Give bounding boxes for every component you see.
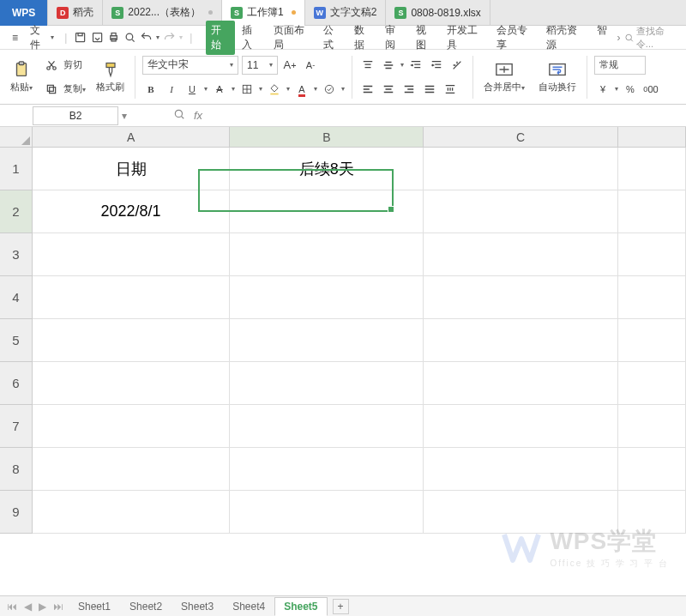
cell[interactable]: 后续8天 (230, 148, 424, 190)
ribbon-tab[interactable]: 开发工具 (442, 21, 490, 55)
percent-icon[interactable]: % (622, 81, 639, 98)
row-header[interactable]: 3 (0, 233, 32, 276)
cell[interactable] (424, 491, 617, 534)
column-header[interactable] (618, 127, 686, 147)
font-name-select[interactable]: 华文中宋▾ (142, 56, 238, 75)
cell[interactable] (424, 276, 617, 319)
ribbon-tab[interactable]: 智 (592, 21, 612, 55)
cell[interactable]: 2022/8/1 (33, 190, 230, 233)
row-header[interactable]: 1 (0, 148, 32, 190)
ribbon-tab[interactable]: 公式 (318, 21, 347, 55)
cell[interactable]: 日期 (33, 148, 230, 190)
cell[interactable] (424, 362, 617, 405)
cell[interactable] (618, 233, 686, 276)
sheet-nav-first-icon[interactable]: ⏮ (7, 601, 17, 613)
cell[interactable] (618, 276, 686, 319)
wrap-text-button[interactable]: 自动换行 (535, 58, 580, 95)
cell[interactable] (33, 276, 230, 319)
decrease-indent-icon[interactable] (407, 57, 424, 74)
align-center-icon[interactable] (380, 81, 397, 98)
cell[interactable] (424, 405, 617, 448)
effects-icon[interactable] (321, 81, 338, 98)
number-format-select[interactable]: 常规 (594, 56, 646, 75)
column-header[interactable]: C (424, 127, 617, 147)
cell[interactable] (618, 362, 686, 405)
row-header[interactable]: 8 (0, 448, 32, 491)
preview-icon[interactable] (123, 31, 136, 45)
cell[interactable] (618, 148, 686, 190)
file-menu[interactable]: 文件▾ (27, 21, 57, 54)
cell[interactable] (230, 319, 424, 362)
save-as-icon[interactable] (91, 31, 104, 45)
row-header[interactable]: 6 (0, 362, 32, 405)
fx-search-icon[interactable] (173, 108, 185, 123)
sheet-tab[interactable]: Sheet2 (120, 597, 172, 616)
cell[interactable] (618, 491, 686, 534)
undo-icon[interactable] (140, 31, 153, 45)
menu-icon[interactable]: ≡ (7, 29, 23, 46)
increase-font-icon[interactable]: A+ (281, 57, 298, 74)
increase-indent-icon[interactable] (428, 57, 445, 74)
ribbon-tab[interactable]: 开始 (206, 21, 235, 55)
cell[interactable] (424, 190, 617, 233)
cell[interactable] (424, 448, 617, 491)
sheet-nav-next-icon[interactable]: ▶ (39, 601, 46, 613)
cell[interactable] (33, 362, 230, 405)
fx-icon[interactable]: fx (194, 109, 202, 122)
cell[interactable] (230, 362, 424, 405)
sheet-nav-last-icon[interactable]: ⏭ (53, 601, 63, 613)
ribbon-tab[interactable]: 审阅 (380, 21, 409, 55)
ribbon-tab[interactable]: 稻壳资源 (541, 21, 589, 55)
cell[interactable] (33, 448, 230, 491)
align-middle-icon[interactable] (380, 57, 397, 74)
cut-label[interactable]: 剪切 (63, 58, 82, 71)
bold-icon[interactable]: B (142, 81, 159, 98)
ribbon-tab[interactable]: 数据 (349, 21, 378, 55)
cell[interactable] (618, 405, 686, 448)
cell[interactable] (33, 319, 230, 362)
underline-icon[interactable]: U (184, 81, 201, 98)
ribbon-tab[interactable]: 页面布局 (268, 21, 316, 55)
paste-button[interactable]: 粘贴▾ (7, 58, 36, 95)
document-tab[interactable]: S2022...（表格） (103, 0, 222, 26)
align-top-icon[interactable] (359, 57, 376, 74)
column-header[interactable]: B (230, 127, 424, 147)
redo-icon[interactable] (163, 31, 176, 45)
currency-icon[interactable]: ¥ (594, 81, 611, 98)
cell[interactable] (230, 190, 424, 233)
ribbon-tab[interactable]: 会员专享 (491, 21, 539, 55)
ribbon-tab[interactable]: 视图 (411, 21, 440, 55)
distribute-icon[interactable] (442, 81, 459, 98)
add-sheet-icon[interactable]: + (333, 599, 349, 614)
select-all-corner[interactable] (0, 127, 33, 148)
font-color-icon[interactable]: A (293, 81, 310, 98)
merge-center-button[interactable]: 合并居中▾ (480, 58, 528, 95)
italic-icon[interactable]: I (163, 81, 180, 98)
row-header[interactable]: 5 (0, 319, 32, 362)
comma-icon[interactable]: 000 (642, 81, 659, 98)
cell[interactable] (33, 405, 230, 448)
row-header[interactable]: 7 (0, 405, 32, 448)
sheet-tab[interactable]: Sheet5 (274, 597, 327, 616)
sheet-tab[interactable]: Sheet1 (69, 597, 120, 616)
cell[interactable] (618, 190, 686, 233)
copy-label[interactable]: 复制▾ (63, 82, 86, 95)
cell[interactable] (424, 233, 617, 276)
cell[interactable] (230, 276, 424, 319)
border-icon[interactable] (238, 81, 256, 98)
copy-icon[interactable] (43, 81, 60, 98)
row-header[interactable]: 9 (0, 491, 32, 534)
print-icon[interactable] (107, 31, 120, 45)
format-painter-button[interactable]: 格式刷 (93, 58, 128, 95)
save-icon[interactable] (74, 31, 87, 45)
orientation-icon[interactable] (448, 57, 466, 74)
strikethrough-icon[interactable]: A (211, 81, 228, 98)
decrease-font-icon[interactable]: A- (302, 57, 319, 74)
cell[interactable] (33, 491, 230, 534)
cell[interactable] (424, 319, 617, 362)
font-size-select[interactable]: 11▾ (242, 56, 278, 75)
ribbon-tab[interactable]: 插入 (237, 21, 266, 55)
row-header[interactable]: 4 (0, 276, 32, 319)
sheet-tab[interactable]: Sheet4 (223, 597, 274, 616)
align-right-icon[interactable] (400, 81, 418, 98)
